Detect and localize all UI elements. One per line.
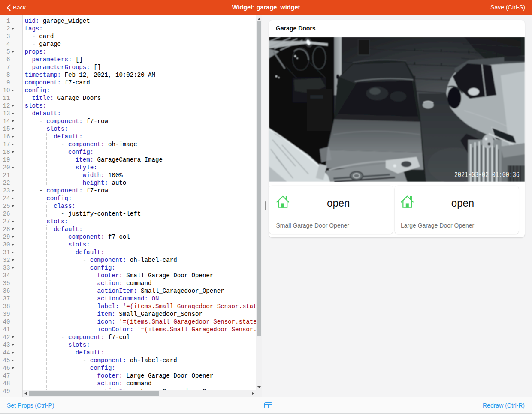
svg-text:2021-03-02 01:00:36: 2021-03-02 01:00:36 [454, 171, 520, 180]
